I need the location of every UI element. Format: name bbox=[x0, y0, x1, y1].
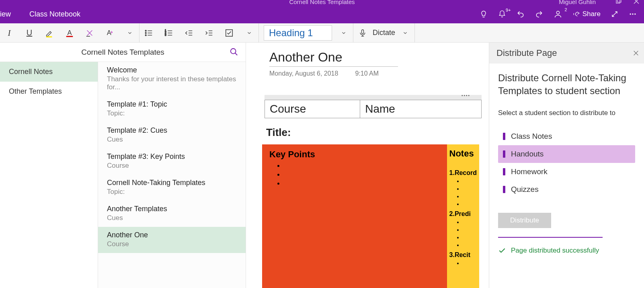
student-section-item[interactable]: Quizzes bbox=[498, 181, 635, 198]
search-icon[interactable] bbox=[230, 47, 238, 56]
page-item-preview: Cues bbox=[107, 214, 237, 222]
note-container[interactable]: •••• Course Name Title: Key Points bbox=[265, 95, 482, 288]
page-date[interactable]: Monday, August 6, 2018 bbox=[269, 70, 338, 79]
section-color-icon bbox=[503, 168, 505, 175]
page-item-title: Template #2: Cues bbox=[107, 126, 237, 135]
navigation-pane: Cornell Notes Templates Cornell Notes Ot… bbox=[0, 43, 246, 288]
table-cell[interactable]: Course bbox=[265, 100, 360, 118]
container-drag-handle[interactable]: •••• bbox=[265, 95, 482, 100]
page-item-preview: Thanks for your interest in these templa… bbox=[107, 75, 237, 91]
notebook-title: Cornell Notes Templates bbox=[81, 48, 164, 57]
ribbon: I U A A 123 bbox=[0, 23, 644, 43]
section-color-icon bbox=[503, 186, 505, 193]
close-icon[interactable] bbox=[629, 47, 643, 59]
page-canvas[interactable]: Monday, August 6, 2018 9:10 AM •••• Cour… bbox=[246, 43, 489, 288]
indent-button[interactable] bbox=[205, 29, 213, 37]
clear-formatting-button[interactable] bbox=[85, 29, 94, 37]
key-points-cell[interactable]: Key Points bbox=[262, 144, 447, 288]
section-color-icon bbox=[503, 133, 505, 140]
success-text: Page distributed successfully bbox=[511, 247, 599, 255]
outdent-button[interactable] bbox=[185, 29, 193, 37]
italic-button[interactable]: I bbox=[5, 29, 14, 37]
bullet[interactable] bbox=[284, 162, 440, 169]
dictate-dropdown-icon[interactable] bbox=[401, 29, 410, 37]
page-item-preview: Course bbox=[107, 162, 237, 170]
page-item[interactable]: Another One Course bbox=[98, 227, 246, 253]
svg-rect-1 bbox=[617, 0, 621, 2]
student-section-item[interactable]: Homework bbox=[498, 163, 635, 181]
svg-point-12 bbox=[145, 35, 146, 36]
page-time[interactable]: 9:10 AM bbox=[355, 70, 379, 79]
account-name[interactable]: Miguel Guhlin bbox=[559, 0, 596, 5]
page-item[interactable]: Template #1: Topic Topic: bbox=[98, 96, 246, 122]
notebook-header[interactable]: Cornell Notes Templates bbox=[0, 43, 246, 62]
section-item[interactable]: Cornell Notes bbox=[0, 62, 98, 82]
page-item-title: Cornell Note-Taking Templates bbox=[107, 179, 237, 187]
svg-rect-8 bbox=[66, 36, 73, 37]
page-item-preview: Topic: bbox=[107, 188, 237, 196]
notes-heading: Notes bbox=[449, 148, 474, 158]
notifications-icon[interactable]: 9+ bbox=[498, 10, 506, 18]
svg-point-4 bbox=[632, 13, 633, 14]
format-painter-button[interactable]: A bbox=[105, 29, 114, 37]
redo-icon[interactable] bbox=[535, 10, 543, 18]
page-item-title: Another Templates bbox=[107, 205, 237, 213]
highlight-button[interactable] bbox=[45, 29, 54, 37]
notifications-badge: 9+ bbox=[506, 8, 511, 12]
fullscreen-icon[interactable] bbox=[611, 10, 618, 18]
share-button[interactable]: Share bbox=[573, 10, 601, 18]
window-restore-icon[interactable] bbox=[616, 0, 621, 4]
student-section-item[interactable]: Class Notes bbox=[498, 128, 635, 145]
svg-rect-6 bbox=[46, 36, 52, 37]
page-item-title: Template #3: Key Points bbox=[107, 152, 237, 161]
numbered-list-button[interactable]: 123 bbox=[164, 29, 173, 37]
bullet[interactable] bbox=[284, 180, 440, 187]
page-item-title: Another One bbox=[107, 231, 237, 239]
account-icon[interactable]: 2 bbox=[554, 10, 562, 19]
sections-list: Cornell Notes Other Templates bbox=[0, 62, 98, 288]
distribute-button[interactable]: Distribute bbox=[498, 213, 551, 228]
window-close-icon[interactable] bbox=[634, 0, 639, 4]
section-item[interactable]: Other Templates bbox=[0, 82, 98, 101]
pages-list: Welcome Thanks for your interest in thes… bbox=[98, 62, 246, 288]
page-item-preview: Topic: bbox=[107, 109, 237, 117]
panel-instruction: Select a student section to distribute t… bbox=[498, 109, 635, 117]
title-label[interactable]: Title: bbox=[266, 126, 482, 139]
student-section-item[interactable]: Handouts bbox=[498, 145, 635, 163]
notes-table[interactable]: Key Points Notes 1.Record 2.Pred bbox=[262, 144, 479, 288]
page-title-input[interactable] bbox=[269, 50, 462, 65]
underline-button[interactable]: U bbox=[25, 29, 34, 37]
title-bar: Cornell Notes Templates Miguel Guhlin bbox=[0, 0, 644, 5]
header-table[interactable]: Course Name bbox=[265, 100, 482, 118]
student-section-label: Class Notes bbox=[511, 132, 552, 141]
font-color-button[interactable]: A bbox=[65, 29, 74, 37]
lightbulb-icon[interactable] bbox=[480, 10, 488, 18]
page-item[interactable]: Template #2: Cues Cues bbox=[98, 122, 246, 148]
style-dropdown-icon[interactable] bbox=[339, 29, 348, 37]
key-points-heading: Key Points bbox=[269, 149, 315, 159]
todo-tag-button[interactable] bbox=[225, 29, 234, 37]
more-icon[interactable] bbox=[629, 10, 637, 18]
page-item-title: Template #1: Topic bbox=[107, 100, 237, 109]
page-item[interactable]: Cornell Note-Taking Templates Topic: bbox=[98, 175, 246, 201]
undo-icon[interactable] bbox=[517, 10, 525, 18]
table-cell[interactable]: Name bbox=[360, 100, 482, 118]
bullet-list-button[interactable] bbox=[144, 29, 153, 37]
paragraph-dropdown-icon[interactable] bbox=[245, 29, 254, 37]
section-color-icon bbox=[503, 150, 505, 158]
page-item[interactable]: Template #3: Key Points Course bbox=[98, 148, 246, 175]
bullet[interactable] bbox=[284, 171, 440, 178]
notes-step: 3.Recit bbox=[449, 251, 477, 259]
notes-cell[interactable]: Notes 1.Record 2.Predi 3.Recit bbox=[447, 144, 479, 288]
dictate-label[interactable]: Dictate bbox=[373, 29, 395, 37]
tab-view-fragment[interactable]: iew bbox=[0, 6, 12, 23]
page-item[interactable]: Another Templates Cues bbox=[98, 201, 246, 227]
page-item[interactable]: Welcome Thanks for your interest in thes… bbox=[98, 62, 246, 96]
tab-class-notebook[interactable]: Class Notebook bbox=[25, 6, 84, 23]
microphone-icon[interactable] bbox=[358, 29, 367, 37]
font-dropdown-icon[interactable] bbox=[125, 29, 134, 37]
style-selector[interactable]: Heading 1 bbox=[264, 25, 332, 41]
notes-step: 1.Record bbox=[449, 169, 477, 177]
panel-title: Distribute Cornell Note-Taking Templates… bbox=[498, 72, 635, 98]
distribute-page-panel: Distribute Page Distribute Cornell Note-… bbox=[489, 43, 644, 288]
